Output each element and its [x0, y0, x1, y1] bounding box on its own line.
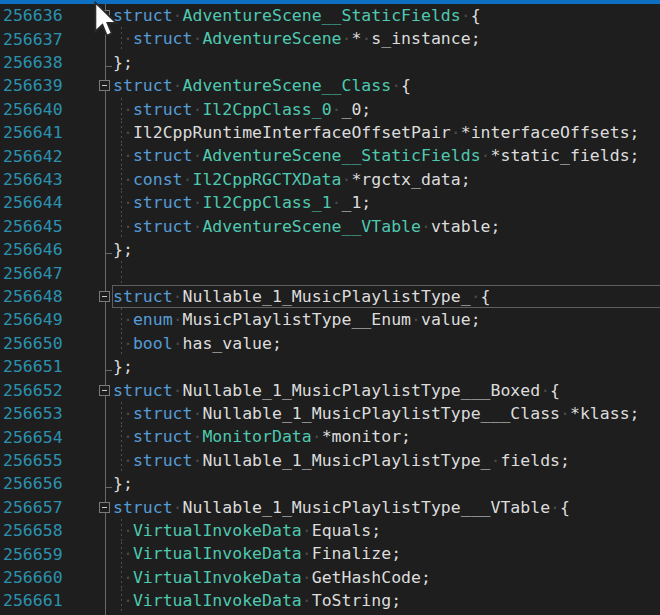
- code-line-text[interactable]: };: [96, 355, 133, 378]
- code-line-text[interactable]: ·struct·AdventureScene__StaticFields·*st…: [96, 144, 640, 167]
- line-number[interactable]: 256660: [0, 568, 96, 587]
- line-number[interactable]: 256647: [0, 264, 96, 283]
- fold-toggle-icon[interactable]: [99, 80, 110, 91]
- code-line-text[interactable]: ·struct·AdventureScene·*·s_instance;: [96, 27, 481, 50]
- code-line[interactable]: 256651};: [0, 355, 660, 378]
- token-type: VirtualInvokeData: [133, 568, 302, 587]
- code-line-text[interactable]: ·VirtualInvokeData·Finalize;: [96, 542, 401, 565]
- line-number[interactable]: 256650: [0, 334, 96, 353]
- code-area[interactable]: 256636struct·AdventureScene__StaticField…: [0, 4, 660, 615]
- code-line-text[interactable]: };: [96, 238, 133, 261]
- fold-toggle-icon[interactable]: [99, 385, 110, 396]
- line-number[interactable]: 256652: [0, 381, 96, 400]
- line-number[interactable]: 256637: [0, 30, 96, 49]
- code-line-text[interactable]: ·struct·Nullable_1_MusicPlaylistType_·fi…: [96, 449, 570, 472]
- token-type: AdventureScene__VTable: [202, 217, 421, 236]
- code-line-text[interactable]: ·struct·MonitorData·*monitor;: [96, 425, 411, 448]
- code-line[interactable]: 256653 ·struct·Nullable_1_MusicPlaylistT…: [0, 402, 660, 425]
- whitespace-dot: ·: [123, 404, 133, 423]
- line-number[interactable]: 256642: [0, 147, 96, 166]
- token-keyword: struct: [133, 146, 193, 165]
- whitespace-dot: ·: [123, 451, 133, 470]
- line-number[interactable]: 256648: [0, 287, 96, 306]
- whitespace-dot: ·: [123, 100, 133, 119]
- code-line[interactable]: 256647: [0, 261, 660, 284]
- code-line[interactable]: 256650 ·bool·has_value;: [0, 332, 660, 355]
- code-line[interactable]: 256648struct·Nullable_1_MusicPlaylistTyp…: [0, 285, 660, 308]
- code-line[interactable]: 256639struct·AdventureScene__Class·{: [0, 74, 660, 97]
- code-line-text[interactable]: };: [96, 51, 133, 74]
- code-line[interactable]: 256644 ·struct·Il2CppClass_1·_1;: [0, 191, 660, 214]
- code-line[interactable]: 256643 ·const·Il2CppRGCTXData·*rgctx_dat…: [0, 168, 660, 191]
- code-line-text[interactable]: ·Il2CppRuntimeInterfaceOffsetPair·*inter…: [96, 121, 640, 144]
- code-line[interactable]: 256640 ·struct·Il2CppClass_0·_0;: [0, 98, 660, 121]
- line-number[interactable]: 256651: [0, 357, 96, 376]
- fold-toggle-icon[interactable]: [99, 10, 110, 21]
- code-line-text[interactable]: ·struct·Il2CppClass_1·_1;: [96, 191, 371, 214]
- code-line-text[interactable]: ·VirtualInvokeData·ToString;: [96, 589, 401, 612]
- code-line[interactable]: 256656};: [0, 472, 660, 495]
- line-number[interactable]: 256638: [0, 53, 96, 72]
- code-line[interactable]: 256641 ·Il2CppRuntimeInterfaceOffsetPair…: [0, 121, 660, 144]
- code-line-text[interactable]: ·struct·Il2CppClass_0·_0;: [96, 98, 371, 121]
- whitespace-dot: ·: [192, 451, 202, 470]
- minus-glyph: [102, 15, 107, 16]
- line-number[interactable]: 256655: [0, 451, 96, 470]
- code-line[interactable]: 256657struct·Nullable_1_MusicPlaylistTyp…: [0, 496, 660, 519]
- code-line-text[interactable]: struct·Nullable_1_MusicPlaylistType___Bo…: [96, 379, 560, 402]
- token-text: _0;: [342, 100, 372, 119]
- code-line[interactable]: 256645 ·struct·AdventureScene__VTable·vt…: [0, 215, 660, 238]
- line-number[interactable]: 256640: [0, 100, 96, 119]
- code-line[interactable]: 256652struct·Nullable_1_MusicPlaylistTyp…: [0, 379, 660, 402]
- line-number[interactable]: 256649: [0, 310, 96, 329]
- line-number[interactable]: 256654: [0, 428, 96, 447]
- code-line-text[interactable]: struct·AdventureScene__Class·{: [96, 74, 411, 97]
- code-line-text[interactable]: struct·Nullable_1_MusicPlaylistType_·{: [96, 285, 491, 308]
- whitespace-dot: ·: [361, 29, 371, 48]
- line-number[interactable]: 256645: [0, 217, 96, 236]
- code-line-text[interactable]: struct·AdventureScene__StaticFields·{: [96, 4, 481, 27]
- fold-toggle-icon[interactable]: [99, 502, 110, 513]
- code-line-text[interactable]: ·bool·has_value;: [96, 332, 282, 355]
- line-number[interactable]: 256657: [0, 498, 96, 517]
- line-number[interactable]: 256639: [0, 76, 96, 95]
- code-line[interactable]: 256660 ·VirtualInvokeData·GetHashCode;: [0, 566, 660, 589]
- token-text: };: [113, 240, 133, 259]
- code-line[interactable]: 256654 ·struct·MonitorData·*monitor;: [0, 425, 660, 448]
- code-line[interactable]: 256636struct·AdventureScene__StaticField…: [0, 4, 660, 27]
- whitespace-dot: ·: [421, 217, 431, 236]
- code-line-text[interactable]: ·enum·MusicPlaylistType__Enum·value;: [96, 308, 481, 331]
- line-number[interactable]: 256643: [0, 170, 96, 189]
- line-number[interactable]: 256644: [0, 193, 96, 212]
- line-number[interactable]: 256656: [0, 474, 96, 493]
- line-number[interactable]: 256658: [0, 521, 96, 540]
- code-line-text[interactable]: ·VirtualInvokeData·Equals;: [96, 519, 381, 542]
- code-line[interactable]: 256642 ·struct·AdventureScene__StaticFie…: [0, 144, 660, 167]
- token-keyword: struct: [113, 287, 173, 306]
- indent-space: [113, 217, 123, 236]
- line-number[interactable]: 256661: [0, 591, 96, 610]
- line-number[interactable]: 256653: [0, 404, 96, 423]
- fold-toggle-icon[interactable]: [99, 291, 110, 302]
- line-number[interactable]: 256646: [0, 240, 96, 259]
- code-line-text[interactable]: };: [96, 472, 133, 495]
- code-line-text[interactable]: ·VirtualInvokeData·GetHashCode;: [96, 566, 431, 589]
- code-line[interactable]: 256649 ·enum·MusicPlaylistType__Enum·val…: [0, 308, 660, 331]
- indent-space: [113, 451, 123, 470]
- token-text: Equals;: [312, 521, 382, 540]
- code-line[interactable]: 256659 ·VirtualInvokeData·Finalize;: [0, 542, 660, 565]
- code-line[interactable]: 256638};: [0, 51, 660, 74]
- code-line-text[interactable]: ·struct·Nullable_1_MusicPlaylistType___C…: [96, 402, 640, 425]
- line-number[interactable]: 256641: [0, 123, 96, 142]
- code-line[interactable]: 256655 ·struct·Nullable_1_MusicPlaylistT…: [0, 449, 660, 472]
- line-number[interactable]: 256659: [0, 545, 96, 564]
- code-line-text[interactable]: struct·Nullable_1_MusicPlaylistType___VT…: [96, 496, 570, 519]
- code-line[interactable]: 256637 ·struct·AdventureScene·*·s_instan…: [0, 27, 660, 50]
- token-text: {: [471, 6, 481, 25]
- line-number[interactable]: 256636: [0, 6, 96, 25]
- code-line-text[interactable]: ·struct·AdventureScene__VTable·vtable;: [96, 215, 500, 238]
- code-line-text[interactable]: ·const·Il2CppRGCTXData·*rgctx_data;: [96, 168, 471, 191]
- code-line[interactable]: 256658 ·VirtualInvokeData·Equals;: [0, 519, 660, 542]
- code-line[interactable]: 256646};: [0, 238, 660, 261]
- code-line[interactable]: 256661 ·VirtualInvokeData·ToString;: [0, 589, 660, 612]
